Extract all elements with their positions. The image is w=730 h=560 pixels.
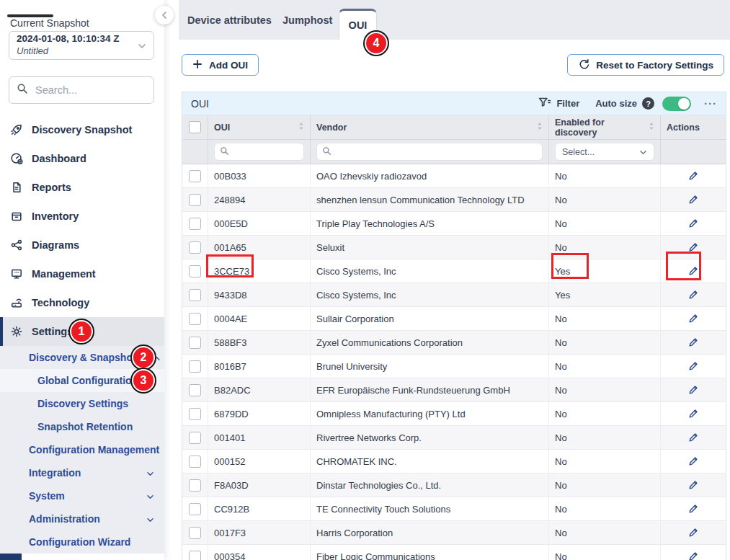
row-checkbox[interactable]	[189, 551, 201, 560]
row-checkbox[interactable]	[189, 503, 201, 515]
column-header-oui[interactable]: OUI	[208, 115, 311, 139]
vendor-value: TE Connectivity Touch Solutions	[316, 504, 450, 515]
row-checkbox[interactable]	[189, 170, 201, 182]
oui-value: CC912B	[214, 504, 249, 515]
sidebar-subitem-global-configuration[interactable]: Global Configuration3	[0, 369, 164, 392]
table-header-row: OUI Vendor Enabled for discovery Actions	[182, 115, 726, 139]
sidebar-item-discovery-snapshot[interactable]: Discovery Snapshot	[0, 115, 164, 144]
row-checkbox[interactable]	[189, 289, 201, 301]
row-select-cell	[182, 307, 208, 330]
sidebar-collapse-button[interactable]	[155, 6, 174, 25]
vendor-search-box	[316, 143, 543, 161]
edit-icon[interactable]	[687, 455, 699, 467]
sidebar-subitem-integration[interactable]: Integration	[0, 461, 164, 484]
sidebar-subitem-configuration-wizard[interactable]: Configuration Wizard	[0, 530, 164, 554]
sidebar-subitem-discovery-snapshots[interactable]: Discovery & Snapshots2	[0, 346, 164, 369]
enabled-filter-select[interactable]: Select...	[555, 143, 654, 161]
oui-value: 00B033	[214, 171, 246, 182]
sidebar-item-inventory[interactable]: Inventory	[0, 202, 164, 231]
edit-icon[interactable]	[687, 194, 699, 205]
column-header-enabled[interactable]: Enabled for discovery	[549, 115, 661, 139]
row-checkbox[interactable]	[189, 455, 201, 468]
edit-icon[interactable]	[687, 265, 699, 277]
sidebar-item-settings[interactable]: Settings1	[0, 317, 164, 346]
more-menu-icon[interactable]: ···	[704, 97, 717, 110]
edit-icon[interactable]	[687, 551, 699, 560]
sidebar-item-label: Management	[32, 268, 96, 280]
edit-icon[interactable]	[687, 218, 699, 229]
tab-jumphost[interactable]: Jumphost	[282, 0, 332, 40]
snapshot-dropdown[interactable]: 2024-01-08, 10:10:34 Z Untitled	[9, 31, 154, 60]
column-header-vendor[interactable]: Vendor	[311, 115, 549, 139]
sidebar-item-management[interactable]: Management	[0, 259, 164, 288]
row-checkbox[interactable]	[189, 218, 201, 230]
sort-icon[interactable]	[298, 122, 304, 133]
main-content: Device attributes Jumphost OUI Add OUI R…	[164, 0, 730, 560]
edit-icon[interactable]	[687, 527, 699, 538]
sidebar-subitem-configuration-management[interactable]: Configuration Management	[0, 438, 164, 461]
sidebar-subitem-snapshot-retention[interactable]: Snapshot Retention	[0, 415, 164, 438]
sidebar-item-label: Dashboard	[32, 153, 86, 164]
search-input[interactable]	[34, 84, 145, 97]
row-checkbox[interactable]	[189, 384, 201, 396]
sidebar-item-technology[interactable]: Technology	[0, 288, 164, 317]
sidebar-subitem-label: Configuration Management	[29, 444, 159, 455]
actions-cell	[661, 497, 726, 520]
row-select-cell	[182, 545, 208, 560]
edit-icon[interactable]	[687, 289, 699, 301]
help-icon[interactable]: ?	[642, 97, 654, 110]
edit-icon[interactable]	[687, 432, 699, 443]
vendor-cell: Zyxel Communications Corporation	[311, 331, 549, 354]
sidebar-subitem-administration[interactable]: Administration	[0, 507, 164, 530]
oui-cell: B82ADC	[208, 378, 311, 401]
edit-icon[interactable]	[687, 170, 699, 182]
row-checkbox[interactable]	[189, 337, 201, 349]
enabled-cell: No	[549, 426, 661, 449]
edit-icon[interactable]	[687, 313, 699, 324]
filter-button[interactable]: Filter	[538, 97, 579, 110]
row-checkbox[interactable]	[189, 241, 201, 254]
oui-cell: CC912B	[208, 497, 311, 520]
edit-icon[interactable]	[687, 241, 699, 253]
row-checkbox[interactable]	[189, 194, 201, 206]
edit-icon[interactable]	[687, 360, 699, 372]
reset-factory-button[interactable]: Reset to Factory Settings	[567, 54, 724, 76]
row-checkbox[interactable]	[189, 432, 201, 444]
snapshot-value: 2024-01-08, 10:10:34 Z	[17, 33, 138, 45]
edit-icon[interactable]	[687, 337, 699, 348]
monitor-icon	[10, 267, 23, 280]
select-all-checkbox[interactable]	[189, 121, 201, 133]
sort-icon[interactable]	[537, 122, 543, 133]
sidebar-subitem-discovery-settings[interactable]: Discovery Settings	[0, 392, 164, 415]
add-oui-button[interactable]: Add OUI	[182, 54, 259, 76]
edit-icon[interactable]	[687, 479, 699, 491]
row-checkbox[interactable]	[189, 527, 201, 539]
oui-value: 001401	[214, 432, 245, 443]
edit-icon[interactable]	[687, 408, 699, 419]
enabled-cell: No	[549, 307, 661, 330]
filter-empty-cell	[182, 140, 208, 164]
tab-device-attributes[interactable]: Device attributes	[187, 0, 272, 40]
chevron-down-icon	[146, 513, 154, 525]
sort-icon[interactable]	[649, 122, 654, 133]
row-checkbox[interactable]	[189, 408, 201, 420]
table-row: 248894shenzhen lensun Communication Tech…	[182, 188, 726, 212]
vendor-search-input[interactable]	[336, 146, 537, 158]
row-checkbox[interactable]	[189, 360, 201, 373]
edit-icon[interactable]	[687, 503, 699, 515]
row-checkbox[interactable]	[189, 479, 201, 492]
edit-icon[interactable]	[687, 384, 699, 396]
enabled-cell: No	[549, 212, 661, 235]
autosize-toggle[interactable]	[662, 97, 691, 111]
sidebar-item-diagrams[interactable]: Diagrams	[0, 231, 164, 259]
oui-value: 001A65	[214, 242, 246, 253]
row-checkbox[interactable]	[189, 265, 201, 277]
tab-bar: Device attributes Jumphost OUI	[179, 0, 730, 40]
sidebar-subitem-system[interactable]: System	[0, 484, 164, 507]
oui-search-input[interactable]	[233, 146, 298, 158]
enabled-value: No	[555, 504, 567, 515]
sidebar-item-reports[interactable]: Reports	[0, 173, 164, 202]
table-row: 000354Fiber Logic CommunicationsNo	[182, 545, 726, 560]
sidebar-item-dashboard[interactable]: Dashboard	[0, 144, 164, 173]
row-checkbox[interactable]	[189, 313, 201, 325]
